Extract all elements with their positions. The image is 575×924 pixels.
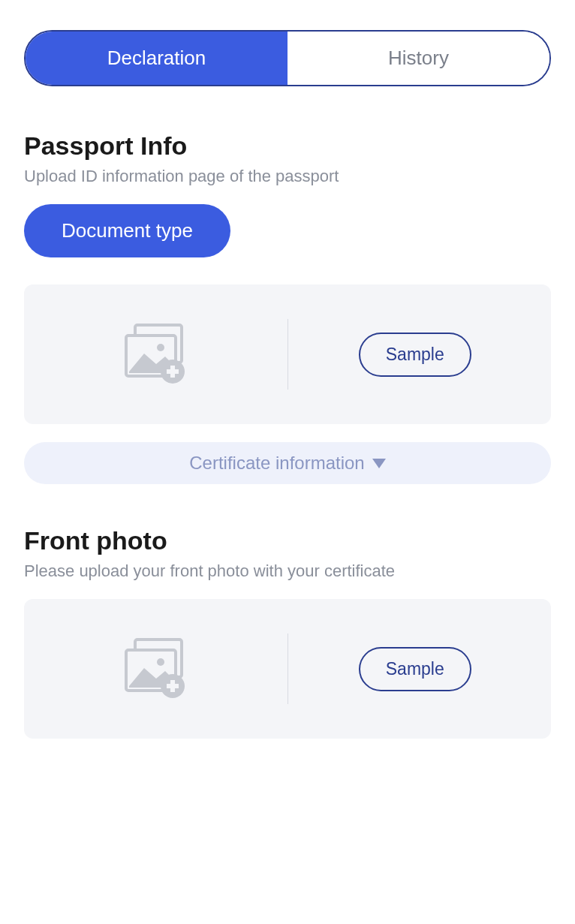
tab-declaration[interactable]: Declaration	[26, 32, 288, 85]
svg-point-8	[157, 658, 164, 666]
svg-point-2	[157, 344, 164, 351]
front-photo-subtitle: Please upload your front photo with your…	[24, 561, 551, 581]
chevron-down-icon	[372, 459, 386, 468]
tab-history[interactable]: History	[288, 32, 549, 85]
passport-upload-panel: Sample	[24, 284, 551, 424]
certificate-info-toggle[interactable]: Certificate information	[24, 442, 551, 484]
passport-subtitle: Upload ID information page of the passpo…	[24, 167, 551, 186]
passport-title: Passport Info	[24, 131, 551, 161]
passport-upload-area[interactable]	[42, 319, 278, 390]
svg-rect-11	[167, 684, 179, 688]
front-photo-title: Front photo	[24, 526, 551, 555]
document-type-button[interactable]: Document type	[24, 204, 230, 257]
tab-bar: Declaration History	[24, 30, 551, 86]
upload-image-icon	[119, 319, 201, 390]
front-photo-upload-area[interactable]	[42, 634, 278, 704]
certificate-info-label: Certificate information	[189, 453, 364, 474]
front-photo-upload-panel: Sample	[24, 599, 551, 739]
svg-rect-5	[167, 369, 179, 374]
front-photo-sample-button[interactable]: Sample	[359, 647, 471, 691]
panel-divider	[288, 319, 288, 390]
passport-sample-button[interactable]: Sample	[359, 333, 471, 377]
front-photo-section: Front photo Please upload your front pho…	[24, 526, 551, 739]
upload-image-icon	[119, 634, 201, 704]
passport-section: Passport Info Upload ID information page…	[24, 131, 551, 484]
panel-divider	[288, 634, 288, 704]
passport-sample-area: Sample	[297, 319, 534, 390]
front-photo-sample-area: Sample	[297, 634, 534, 704]
